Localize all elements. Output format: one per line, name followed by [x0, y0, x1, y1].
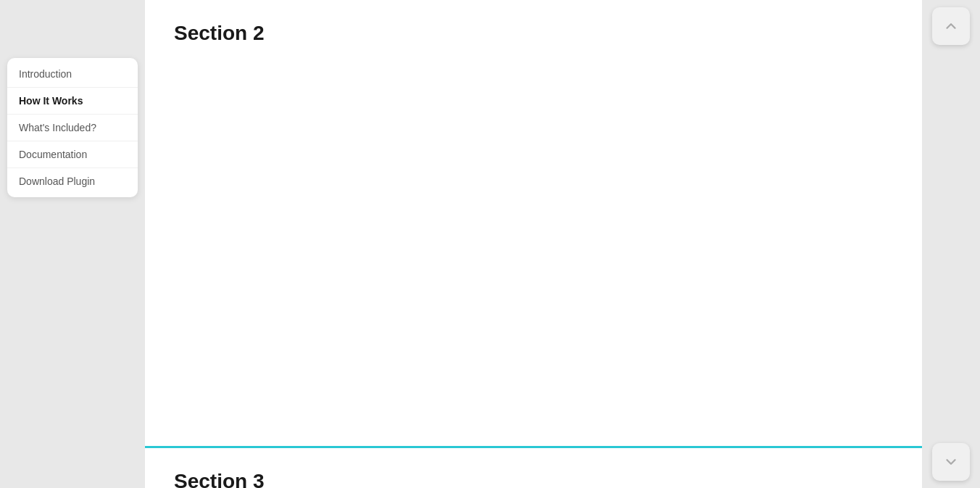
- section3-title: Section 3: [174, 470, 893, 488]
- section2-block: Section 2: [145, 0, 922, 446]
- section2-title: Section 2: [174, 22, 893, 45]
- sidebar-item-download-plugin[interactable]: Download Plugin: [7, 168, 138, 194]
- app-layout: Introduction How It Works What's Include…: [0, 0, 980, 488]
- sidebar: Introduction How It Works What's Include…: [0, 0, 145, 488]
- right-panel: [922, 0, 980, 488]
- sidebar-item-documentation[interactable]: Documentation: [7, 141, 138, 168]
- scroll-down-wrapper: [932, 443, 970, 481]
- arrow-up-icon: [943, 18, 959, 34]
- scroll-up-button[interactable]: [932, 7, 970, 45]
- sidebar-nav: Introduction How It Works What's Include…: [7, 58, 138, 197]
- sidebar-item-introduction[interactable]: Introduction: [7, 61, 138, 88]
- sidebar-item-whats-included[interactable]: What's Included?: [7, 115, 138, 141]
- sidebar-item-how-it-works[interactable]: How It Works: [7, 88, 138, 115]
- scroll-down-button[interactable]: [932, 443, 970, 481]
- scroll-up-wrapper: [932, 7, 970, 45]
- center-panel: Section 2 Section 3: [145, 0, 922, 488]
- section3-block: Section 3: [145, 448, 922, 488]
- arrow-down-icon: [943, 454, 959, 470]
